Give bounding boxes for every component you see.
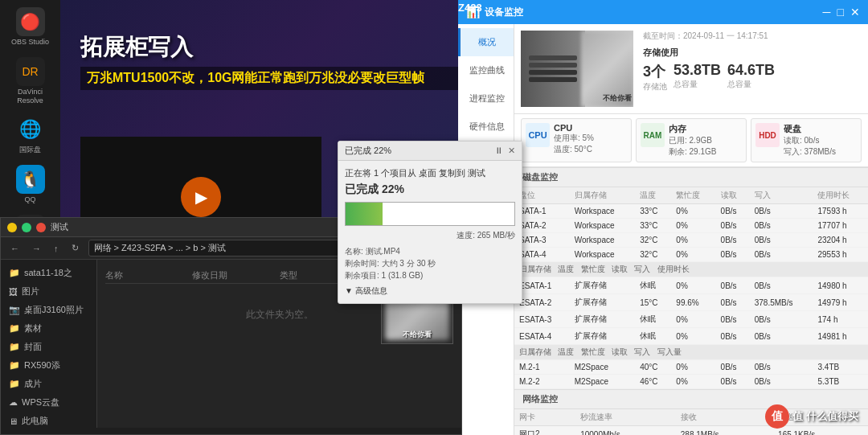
storage-used-box: 64.6TB 总容量 xyxy=(727,62,775,92)
storage-label: 存储使用 xyxy=(643,47,862,59)
disk-monitor-section-title: 磁盘监控 xyxy=(514,167,868,187)
transfer-close-button[interactable]: ✕ xyxy=(508,146,515,156)
back-button[interactable]: ← xyxy=(7,242,23,255)
disk-write: 0B/s xyxy=(750,328,813,345)
table-row: ESATA-1 扩展存储 休眠 0% 0B/s 0B/s 14980 h xyxy=(514,277,868,294)
ram-total: 剩余: 29.1GB xyxy=(669,146,742,158)
sidebar-rx590[interactable]: 📁RX590添 xyxy=(1,356,96,375)
disk-busy: 0% xyxy=(671,375,715,389)
table-row: SATA-2 Workspace 33°C 0% 0B/s 0B/s 17707… xyxy=(514,219,868,233)
file-manager-title: 测试 xyxy=(51,221,68,233)
nas-image: 不给你看 xyxy=(521,31,633,107)
disk-monitor-table: 盘位 归属存储 温度 繁忙度 读取 写入 使用时长 SATA-1 Workspa… xyxy=(514,187,868,389)
taskbar-obs[interactable]: 🔴 OBS Studio xyxy=(6,4,55,50)
monitor-maximize-button[interactable]: □ xyxy=(837,6,844,18)
window-close-button[interactable] xyxy=(36,223,46,232)
up-button[interactable]: ↑ xyxy=(51,242,62,255)
sidebar-sucai[interactable]: 📁素材 xyxy=(1,319,96,338)
disk-hours: 14980 h xyxy=(813,277,868,294)
disk-pos: ESATA-2 xyxy=(514,294,570,311)
transfer-percentage: 已完成 22% xyxy=(345,183,515,197)
file-sidebar: 📁sata11-18之 🖼图片 📷桌面J3160照片 📁素材 📁封面 📁RX59… xyxy=(1,260,97,428)
forward-button[interactable]: → xyxy=(29,242,44,255)
sidebar-sata11[interactable]: 📁sata11-18之 xyxy=(1,264,96,282)
disk-temp: 46°C xyxy=(635,375,671,389)
disk-temp: 休眠 xyxy=(635,277,671,294)
transfer-progress-bar xyxy=(345,202,515,226)
table-row: SATA-1 Workspace 33°C 0% 0B/s 0B/s 17593… xyxy=(514,204,868,219)
disk-temp: 32°C xyxy=(635,248,671,262)
sidebar-fengmian[interactable]: 📁封面 xyxy=(1,338,96,356)
disk-read: 读取: 0b/s xyxy=(784,135,857,146)
address-bar[interactable]: 网络 > Z423-S2FA > ... > b > 测试 xyxy=(88,240,358,256)
disk-temp: 休眠 xyxy=(635,328,671,345)
monitor-title: 设备监控 xyxy=(485,6,523,19)
watermark: 值 值 什么值得买 xyxy=(765,404,858,429)
window-minimize-button[interactable] xyxy=(7,223,17,232)
transfer-status-text: 正在将 1 个项目从 桌面 复制到 测试 xyxy=(345,167,515,179)
disk-pos: ESATA-1 xyxy=(514,277,570,294)
ram-name: 内存 xyxy=(669,123,742,135)
sidebar-j3160[interactable]: 📷桌面J3160照片 xyxy=(1,301,96,319)
table-row: M.2-1 M2Space 40°C 0% 0B/s 0B/s 3.4TB xyxy=(514,360,868,375)
disk-written: 5.3TB xyxy=(813,375,868,389)
transfer-details-label[interactable]: ▼ 高级信息 xyxy=(345,285,515,297)
table-row: SATA-3 Workspace 32°C 0% 0B/s 0B/s 23204… xyxy=(514,233,868,248)
disk-name: 硬盘 xyxy=(784,123,857,135)
transfer-dialog-header: 已完成 22% ⏸ ✕ xyxy=(338,142,522,161)
sidebar-computer[interactable]: 🖥此电脑 xyxy=(1,412,96,428)
monitor-window-controls: ─ □ ✕ xyxy=(823,6,860,18)
sidebar-wps-cloud[interactable]: ☁WPS云盘 xyxy=(1,393,96,412)
nav-overview[interactable]: 概况 xyxy=(458,28,514,56)
sidebar-pictures[interactable]: 🖼图片 xyxy=(1,282,96,301)
taskbar-folder[interactable]: 🌐 国际盘 xyxy=(6,112,55,158)
disk-busy: 0% xyxy=(671,328,715,345)
disk-group-m2-name: 归属存储 温度 繁忙度 读取 写入 写入量 xyxy=(514,345,868,360)
disk-storage: M2Space xyxy=(570,375,635,389)
disk-write: 0B/s xyxy=(750,360,813,375)
disk-col-busy: 繁忙度 xyxy=(671,187,715,204)
storage-used-label: 总容量 xyxy=(727,79,775,90)
sidebar-chenpin[interactable]: 📁成片 xyxy=(1,375,96,393)
net-card-name: 网口2 xyxy=(514,426,575,436)
davinci-label: DaVinci Resolve xyxy=(8,88,53,105)
disk-storage: 扩展存储 xyxy=(570,277,635,294)
nav-hardware-info[interactable]: 硬件信息 xyxy=(458,113,514,141)
ram-card: RAM 内存 已用: 2.9GB 剩余: 29.1GB xyxy=(636,118,747,162)
disk-col-storage: 归属存储 xyxy=(570,187,635,204)
disk-read: 0B/s xyxy=(716,233,750,248)
disk-hours: 174 h xyxy=(813,311,868,328)
cpu-usage: 使用率: 5% xyxy=(554,133,627,144)
disk-storage: M2Space xyxy=(570,360,635,375)
disk-pos: ESATA-4 xyxy=(514,328,570,345)
storage-total-label: 总容量 xyxy=(674,79,721,90)
transfer-pause-button[interactable]: ⏸ xyxy=(494,146,503,156)
monitor-minimize-button[interactable]: ─ xyxy=(823,6,831,18)
monitor-top-section: 不给你看 截至时间：2024-09-11 一 14:17:51 存储使用 3个 … xyxy=(514,24,868,114)
transfer-info: 名称: 测试.MP4 剩余时间: 大约 3 分 30 秒 剩余项目: 1 (31… xyxy=(345,245,515,281)
disk-write: 0B/s xyxy=(750,311,813,328)
taskbar-qq[interactable]: 🐧 QQ xyxy=(6,162,55,207)
refresh-button[interactable]: ↻ xyxy=(68,241,82,255)
z423-label: Z423 xyxy=(458,2,482,14)
qq-label: QQ xyxy=(24,195,35,204)
monitor-close-button[interactable]: ✕ xyxy=(850,6,860,18)
transfer-details-toggle[interactable]: ▼ 高级信息 xyxy=(345,285,515,297)
disk-group-name: 归属存储 温度 繁忙度 读取 写入 使用时长 xyxy=(514,262,868,277)
disk-hours: 17707 h xyxy=(813,219,868,233)
cpu-temp: 温度: 50°C xyxy=(554,144,627,155)
nav-process-monitor[interactable]: 进程监控 xyxy=(458,84,514,113)
obs-icon: 🔴 xyxy=(16,7,45,36)
disk-busy: 0% xyxy=(671,248,715,262)
window-maximize-button[interactable] xyxy=(22,223,31,232)
disk-storage: Workspace xyxy=(570,248,635,262)
storage-stats: 截至时间：2024-09-11 一 14:17:51 存储使用 3个 存储池 5… xyxy=(640,31,862,107)
nav-monitor-line[interactable]: 监控曲线 xyxy=(458,56,514,84)
disk-read: 0B/s xyxy=(716,360,750,375)
taskbar-davinci[interactable]: DR DaVinci Resolve xyxy=(6,54,55,109)
disk-pos: SATA-2 xyxy=(514,219,570,233)
storage-count-box: 3个 存储池 xyxy=(643,62,667,92)
disk-col-hours: 使用时长 xyxy=(813,187,868,204)
disk-storage: Workspace xyxy=(570,204,635,219)
play-button[interactable]: ▶ xyxy=(181,177,221,217)
